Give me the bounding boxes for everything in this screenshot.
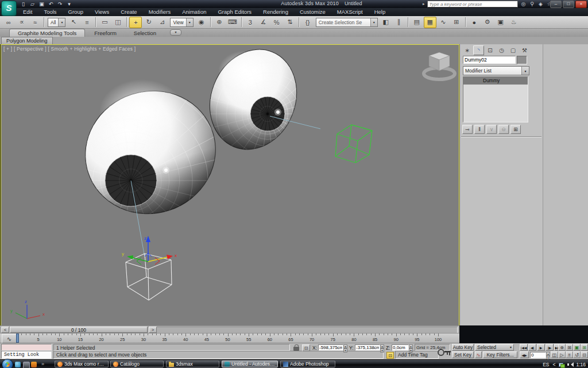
key-curve-icon[interactable]: ∿ xyxy=(475,351,482,358)
tray-collapse-icon[interactable]: < xyxy=(552,362,555,367)
dummy-target-cube[interactable] xyxy=(335,125,372,163)
communication-center-icon[interactable]: ◈ xyxy=(537,1,544,7)
chevron-down-icon[interactable]: ▾ xyxy=(370,18,377,26)
app-logo-icon[interactable]: S xyxy=(1,1,17,16)
go-to-start-button[interactable]: |◀◀ xyxy=(520,344,528,351)
key-mode-toggle-icon[interactable]: ◀▶ xyxy=(520,351,529,358)
previous-frame-button[interactable]: ◀| xyxy=(528,344,536,351)
graphite-modeling-ribbon-icon[interactable]: ▦ xyxy=(424,17,436,28)
manage-layers-icon[interactable]: ▤ xyxy=(411,17,423,28)
absolute-mode-icon[interactable]: ⊡ xyxy=(302,344,310,351)
percent-snap-icon[interactable]: % xyxy=(270,17,283,28)
dummy-selected-cube[interactable] xyxy=(126,254,172,300)
taskbar-task-untitled-autodesk[interactable]: Untitled - Autodesk ... xyxy=(222,361,278,367)
undo-icon[interactable]: ↶ xyxy=(47,1,55,7)
frame-field-spinner[interactable]: ▲▼ xyxy=(546,352,550,358)
select-and-move-icon[interactable]: + xyxy=(129,17,142,28)
workspace-dropdown-icon[interactable]: ▾ xyxy=(65,1,73,7)
curve-editor-icon[interactable]: ∿ xyxy=(437,17,450,28)
maximize-button[interactable]: □ xyxy=(563,1,574,8)
create-tab-icon[interactable]: ∗ xyxy=(462,45,473,55)
y-coord-spinner[interactable]: ▲▼ xyxy=(380,344,384,351)
menu-customize[interactable]: Customize xyxy=(294,8,331,16)
object-color-swatch[interactable] xyxy=(517,56,527,64)
menu-animation[interactable]: Animation xyxy=(176,8,212,16)
y-coord-field[interactable] xyxy=(355,344,380,351)
minimize-button[interactable]: – xyxy=(550,1,562,8)
menu-edit[interactable]: Edit xyxy=(17,8,38,16)
modify-tab-icon[interactable]: ◝ xyxy=(473,45,484,55)
infocenter-arrow-icon[interactable]: ▸ xyxy=(423,2,425,6)
viewport-label[interactable]: [ + ] [ Perspective ] [ Smooth + Highlig… xyxy=(3,46,136,52)
rectangular-selection-region-icon[interactable]: ▭ xyxy=(98,17,111,28)
spinner-snap-icon[interactable]: ⇅ xyxy=(284,17,296,28)
material-editor-icon[interactable]: ● xyxy=(468,17,481,28)
chevron-down-icon[interactable]: ▾ xyxy=(186,18,193,26)
chevron-down-icon[interactable]: ▾ xyxy=(521,67,529,75)
adaptive-degradation-icon[interactable]: ‼ xyxy=(566,351,573,358)
auto-key-button[interactable]: Auto Key xyxy=(452,344,474,351)
search-icon[interactable]: ◎ xyxy=(520,1,527,7)
rendered-frame-window-icon[interactable]: ▣ xyxy=(494,17,507,28)
subscription-key-icon[interactable]: ⚲ xyxy=(529,1,536,7)
key-filters-button[interactable]: Key Filters... xyxy=(483,351,517,358)
key-mode-dropdown[interactable]: Selected ▾ xyxy=(475,344,514,351)
viewcube[interactable] xyxy=(424,52,455,79)
quick-launch-media-icon[interactable] xyxy=(31,362,37,367)
ribbon-tab-freeform[interactable]: Freeform xyxy=(86,29,125,37)
previous-frame-arrow[interactable]: < xyxy=(1,327,9,333)
edit-named-selection-sets-icon[interactable]: {} xyxy=(301,17,314,28)
ribbon-tab-graphite-modeling-tools[interactable]: Graphite Modeling Tools xyxy=(9,29,85,37)
z-coord-spinner[interactable]: ▲▼ xyxy=(409,344,413,351)
snaps-toggle-icon[interactable]: 3 xyxy=(244,17,257,28)
utilities-tab-icon[interactable]: ⚒ xyxy=(519,45,530,55)
menu-graph-editors[interactable]: Graph Editors xyxy=(212,8,257,16)
bind-to-space-warp-icon[interactable]: ≈ xyxy=(29,17,41,28)
menu-group[interactable]: Group xyxy=(63,8,89,16)
add-time-tag[interactable]: Add Time Tag xyxy=(395,351,439,359)
angle-snap-icon[interactable]: ∡ xyxy=(257,17,270,28)
window-crossing-icon[interactable]: ◫ xyxy=(111,17,124,28)
time-tag-toggle-icon[interactable]: ⊡ xyxy=(386,352,394,359)
open-file-icon[interactable]: ▱ xyxy=(29,1,36,7)
motion-tab-icon[interactable]: ◷ xyxy=(496,45,507,55)
zoom-all-icon[interactable]: ⊞ xyxy=(566,344,573,351)
menu-tools[interactable]: Tools xyxy=(38,8,62,16)
play-button[interactable]: ▶ xyxy=(537,344,545,351)
z-coord-field[interactable] xyxy=(392,344,409,351)
mirror-icon[interactable]: ◧ xyxy=(380,17,392,28)
ribbon-collapse-icon[interactable]: ▾ xyxy=(170,29,181,36)
taskbar-task-3dsmax[interactable]: 3dsmax xyxy=(166,361,219,367)
selection-lock-icon[interactable] xyxy=(293,347,299,351)
track-bar[interactable]: ∿ 05101520253035404550556065707580859095… xyxy=(0,333,459,343)
select-object-icon[interactable]: ↖ xyxy=(67,17,80,28)
time-slider-handle[interactable]: 0 / 100 xyxy=(10,327,148,333)
render-production-icon[interactable]: ♨ xyxy=(508,17,520,28)
quick-launch-chevron-icon[interactable]: » xyxy=(41,361,44,367)
next-frame-arrow[interactable]: > xyxy=(149,327,157,333)
hierarchy-tab-icon[interactable]: ⊡ xyxy=(485,45,496,55)
keyboard-shortcut-override-icon[interactable]: ⌨ xyxy=(226,17,239,28)
x-coord-spinner[interactable]: ▲▼ xyxy=(343,344,347,351)
modifier-list-dropdown[interactable]: Modifier List ▾ xyxy=(463,66,529,75)
chevron-down-icon[interactable]: ▾ xyxy=(58,18,65,26)
language-indicator[interactable]: ES xyxy=(543,362,549,367)
display-tab-icon[interactable]: ▢ xyxy=(508,45,519,55)
maxscript-mini-listener-macro[interactable] xyxy=(1,344,52,351)
selection-filter-dropdown[interactable]: All▾ xyxy=(48,18,65,27)
search-input[interactable] xyxy=(427,1,518,7)
quick-launch-messenger-icon[interactable] xyxy=(15,362,21,367)
quick-launch-show-desktop-icon[interactable] xyxy=(23,362,30,368)
schematic-view-icon[interactable]: ⊞ xyxy=(450,17,463,28)
menu-create[interactable]: Create xyxy=(115,8,143,16)
menu-modifiers[interactable]: Modifiers xyxy=(143,8,177,16)
select-and-scale-icon[interactable]: ⊿ xyxy=(156,17,168,28)
zoom-icon[interactable]: ⊕ xyxy=(558,344,566,351)
taskbar-task-adobe-photoshop[interactable]: Adobe Photoshop xyxy=(280,361,335,367)
orbit-icon[interactable]: ↺ xyxy=(573,351,581,358)
walk-through-icon[interactable]: ▷ xyxy=(558,351,566,358)
reference-coordinate-dropdown[interactable]: View▾ xyxy=(170,18,193,27)
save-file-icon[interactable]: ▣ xyxy=(38,1,45,7)
set-keys-key-icon[interactable] xyxy=(437,344,451,358)
object-name-field[interactable] xyxy=(463,56,516,64)
